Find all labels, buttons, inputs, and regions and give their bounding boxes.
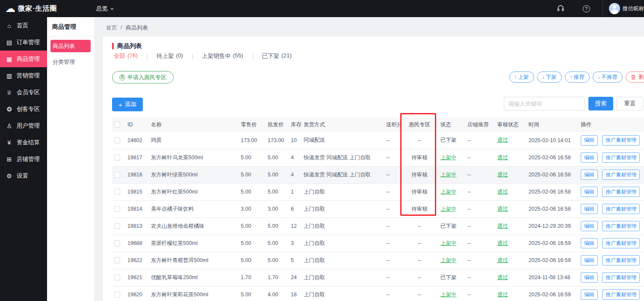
reset-button[interactable]: 重置: [617, 97, 643, 110]
cell-status[interactable]: 已下架: [437, 218, 464, 235]
apply-huimin-button[interactable]: 惠 申请入惠民专区: [112, 71, 174, 83]
row-checkbox[interactable]: [114, 206, 120, 212]
cell-audit-status[interactable]: 通过: [494, 286, 525, 301]
arrow-icon: ↓: [542, 74, 545, 80]
row-checkbox[interactable]: [114, 137, 120, 143]
cell-status[interactable]: 上架中: [437, 286, 464, 301]
edit-button[interactable]: 编辑: [581, 135, 598, 146]
edit-button[interactable]: 编辑: [581, 238, 598, 248]
edit-button[interactable]: 编辑: [581, 170, 598, 180]
cell-points: --: [383, 149, 402, 166]
cell-status[interactable]: 上架中: [437, 166, 464, 183]
cell-huimin-zone: 待审核: [402, 200, 437, 218]
cell-name: 茶派柠檬红茶500ml: [148, 235, 237, 252]
edit-button[interactable]: 编辑: [581, 204, 598, 214]
edit-button[interactable]: 编辑: [581, 255, 598, 265]
title-accent-bar: [112, 43, 114, 49]
cell-audit-status[interactable]: 通过: [494, 252, 525, 269]
cell-points: --: [383, 286, 402, 301]
bulk-action-button[interactable]: ↓ 不推荐: [593, 72, 623, 83]
promo-material-button[interactable]: 推广素材管理: [602, 255, 640, 265]
help-button[interactable]: ?: [573, 5, 599, 12]
row-checkbox[interactable]: [114, 189, 120, 195]
cell-status[interactable]: 上架中: [437, 235, 464, 252]
sidebar-item[interactable]: ▤ 订单管理: [0, 34, 47, 51]
cell-audit-status[interactable]: 通过: [494, 269, 525, 286]
user-label[interactable]: 微信昵称: [623, 5, 644, 12]
cell-id: 19813: [124, 218, 148, 235]
cell-recommend: --: [464, 149, 494, 166]
row-checkbox[interactable]: [114, 155, 120, 161]
headset-icon: [557, 4, 564, 12]
promo-material-button[interactable]: 推广素材管理: [602, 221, 640, 231]
promo-material-button[interactable]: 推广素材管理: [602, 187, 640, 197]
edit-button[interactable]: 编辑: [581, 187, 598, 197]
breadcrumb-home[interactable]: 首页: [106, 24, 117, 32]
sidebar-item[interactable]: ⊞ 店铺管理: [0, 151, 47, 167]
row-checkbox[interactable]: [114, 274, 120, 280]
bulk-action-button[interactable]: 删除: [626, 72, 644, 83]
cell-status[interactable]: 已下架: [437, 132, 464, 149]
sidebar-item[interactable]: ♙ 用户管理: [0, 117, 47, 134]
promo-material-button[interactable]: 推广素材管理: [602, 135, 640, 146]
sidebar-item[interactable]: ♕ 会员专区: [0, 84, 47, 101]
promo-material-button[interactable]: 推广素材管理: [602, 170, 640, 180]
cell-audit-status[interactable]: 通过: [494, 218, 525, 235]
sidebar-item[interactable]: ▥ 营销管理: [0, 67, 47, 84]
search-input[interactable]: [504, 97, 585, 110]
status-tab[interactable]: 已下架 (21): [253, 52, 301, 60]
row-checkbox[interactable]: [114, 240, 120, 246]
submenu-item[interactable]: 分类管理: [50, 56, 91, 68]
select-all-checkbox[interactable]: [114, 122, 120, 128]
sidebar-item[interactable]: ❂ 创客专区: [0, 101, 47, 117]
cell-status[interactable]: 上架中: [437, 183, 464, 200]
sidebar-item[interactable]: ⚙ 设置: [0, 167, 47, 184]
row-checkbox[interactable]: [114, 292, 120, 298]
support-headset-button[interactable]: [548, 4, 573, 13]
cell-status[interactable]: 上架中: [437, 252, 464, 269]
status-tab[interactable]: 全部 (76): [113, 52, 147, 60]
promo-material-button[interactable]: 推广素材管理: [602, 289, 640, 300]
sidebar-item[interactable]: ▦ 商品管理: [0, 51, 47, 67]
cell-delivery: 快递发货 同城配送 上门自取: [300, 149, 383, 166]
tab-label: 待上架: [157, 52, 174, 60]
submenu-item[interactable]: 商品列表: [50, 40, 91, 52]
cell-audit-status[interactable]: 通过: [494, 149, 525, 166]
edit-button[interactable]: 编辑: [581, 289, 598, 300]
cell-huimin-zone: --: [402, 286, 437, 301]
promo-material-button[interactable]: 推广素材管理: [602, 272, 640, 283]
avatar[interactable]: [609, 3, 620, 14]
sidebar: ⌂ 首页 ▤ 订单管理 ▦ 商品管理 ▥ 营销管理 ♕ 会员专区 ❂ 创客专区 …: [0, 17, 47, 301]
row-checkbox[interactable]: [114, 172, 120, 178]
cell-status[interactable]: 上架中: [437, 200, 464, 218]
cell-status[interactable]: 上架中: [437, 149, 464, 166]
cell-delivery: 快递发货 同城配送 上门自取: [300, 166, 383, 183]
status-tab[interactable]: 上架销售中 (55): [192, 52, 253, 60]
cell-delivery: 上门自取: [300, 200, 383, 218]
cell-audit-status[interactable]: 通过: [494, 132, 525, 149]
nav-overview[interactable]: 总览: [96, 5, 114, 12]
cell-status[interactable]: 已下架: [437, 269, 464, 286]
status-tab[interactable]: 待上架 (0): [147, 52, 192, 60]
table-row: 19814 美年达橘子味饮料 3.00 3.00 6 上门自取 -- 待审核 上…: [112, 200, 644, 218]
promo-material-button[interactable]: 推广素材管理: [602, 152, 640, 163]
cell-huimin-zone: --: [402, 132, 437, 149]
row-checkbox[interactable]: [114, 257, 120, 263]
cell-audit-status[interactable]: 通过: [494, 200, 525, 218]
bulk-action-button[interactable]: ↑ 推荐: [565, 72, 590, 83]
edit-button[interactable]: 编辑: [581, 221, 598, 231]
row-checkbox[interactable]: [114, 223, 120, 229]
search-button[interactable]: 搜索: [588, 97, 613, 110]
sidebar-item[interactable]: ¥ 资金结算: [0, 134, 47, 151]
promo-material-button[interactable]: 推广素材管理: [602, 238, 640, 248]
cell-audit-status[interactable]: 通过: [494, 166, 525, 183]
promo-material-button[interactable]: 推广素材管理: [602, 204, 640, 214]
bulk-action-button[interactable]: ↑ 上架: [509, 72, 534, 83]
bulk-action-button[interactable]: ↓ 下架: [537, 72, 562, 83]
edit-button[interactable]: 编辑: [581, 272, 598, 283]
edit-button[interactable]: 编辑: [581, 152, 598, 163]
add-product-button[interactable]: + 添加: [112, 98, 143, 111]
cell-audit-status[interactable]: 通过: [494, 235, 525, 252]
sidebar-item[interactable]: ⌂ 首页: [0, 17, 47, 34]
cell-audit-status[interactable]: 通过: [494, 183, 525, 200]
